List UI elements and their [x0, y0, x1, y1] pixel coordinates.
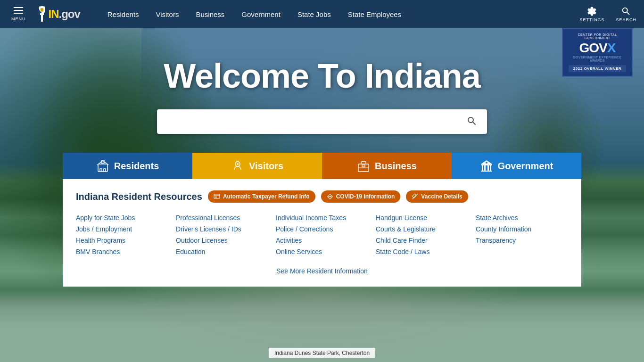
visitors-icon: [231, 159, 244, 173]
logo-text: IN.gov: [49, 8, 80, 21]
govx-top-text: CENTER FOR DIGITAL GOVERNMENT: [569, 33, 626, 40]
hero-title: Welcome To Indiana: [164, 57, 480, 95]
link-health-programs[interactable]: Health Programs: [76, 235, 168, 246]
nav-state-jobs[interactable]: State Jobs: [289, 0, 339, 28]
tab-business[interactable]: Business: [322, 153, 452, 179]
refund-icon: [214, 193, 220, 200]
govx-winner: 2022 OVERALL WINNER: [569, 65, 626, 72]
link-state-code[interactable]: State Code / Laws: [376, 246, 468, 257]
svg-rect-11: [487, 165, 489, 171]
hero-content: Welcome To Indiana Residents: [0, 28, 644, 287]
search-bar: [157, 109, 487, 134]
link-bmv-branches[interactable]: BMV Branches: [76, 246, 168, 257]
nav-links: Residents Visitors Business Government S…: [99, 0, 580, 28]
govx-sub: GOVERNMENT EXPERIENCE AWARDS: [569, 56, 626, 62]
settings-button[interactable]: SETTINGS: [579, 6, 604, 22]
svg-rect-9: [482, 165, 483, 171]
see-more-link[interactable]: See More Resident Information: [276, 267, 368, 275]
svg-rect-13: [481, 171, 492, 172]
tab-visitors-label: Visitors: [249, 161, 283, 172]
link-online-services[interactable]: Online Services: [276, 246, 368, 257]
nav-government[interactable]: Government: [233, 0, 289, 28]
vaccine-badge-button[interactable]: Vaccine Details: [406, 190, 468, 203]
link-jobs-employment[interactable]: Jobs / Employment: [76, 223, 168, 235]
panel-title: Indiana Resident Resources: [76, 191, 202, 202]
link-handgun-license[interactable]: Handgun License: [376, 212, 468, 223]
menu-label: MENU: [11, 16, 26, 21]
tab-government-label: Government: [498, 161, 553, 172]
link-police-corrections[interactable]: Police / Corrections: [276, 223, 368, 235]
svg-rect-1: [40, 13, 44, 15]
search-button[interactable]: SEARCH: [616, 6, 636, 22]
torch-icon: [37, 6, 47, 23]
tab-residents[interactable]: Residents: [63, 153, 192, 179]
svg-point-5: [237, 163, 239, 165]
tab-business-label: Business: [375, 161, 417, 172]
links-col-4: Handgun License Courts & Legislature Chi…: [376, 212, 468, 257]
link-county-info[interactable]: County Information: [476, 223, 568, 235]
svg-rect-7: [362, 165, 365, 167]
search-label: SEARCH: [616, 17, 636, 22]
tab-visitors[interactable]: Visitors: [192, 153, 322, 179]
gear-icon: [587, 6, 597, 16]
content-panel: Indiana Resident Resources Automatic Tax…: [63, 179, 581, 287]
links-col-2: Professional Licenses Driver's Licenses …: [176, 212, 268, 257]
refund-badge-button[interactable]: Automatic Taxpayer Refund Info: [208, 190, 315, 203]
logo[interactable]: IN.gov: [37, 6, 80, 23]
nav-business[interactable]: Business: [187, 0, 233, 28]
menu-bar-3: [14, 13, 23, 14]
tab-residents-label: Residents: [114, 161, 159, 172]
covid-badge-label: COVID-19 Information: [336, 193, 395, 200]
svg-rect-0: [41, 15, 43, 22]
nav-right: SETTINGS SEARCH: [579, 6, 636, 22]
links-col-5: State Archives County Information Transp…: [476, 212, 568, 257]
link-drivers-licenses[interactable]: Driver's Licenses / IDs: [176, 223, 268, 235]
link-outdoor-licenses[interactable]: Outdoor Licenses: [176, 235, 268, 246]
link-state-archives[interactable]: State Archives: [476, 212, 568, 223]
link-courts-legislature[interactable]: Courts & Legislature: [376, 223, 468, 235]
menu-bar-1: [14, 7, 23, 8]
logo-gov: .gov: [59, 8, 80, 20]
link-apply-state-jobs[interactable]: Apply for State Jobs: [76, 212, 168, 223]
location-tag: Indiana Dunes State Park, Chesterton: [269, 348, 375, 358]
tab-government[interactable]: Government: [452, 153, 581, 179]
svg-rect-2: [98, 164, 107, 172]
govx-logo: GOVX: [569, 41, 626, 55]
logo-in: IN: [49, 8, 59, 20]
svg-rect-14: [481, 164, 492, 165]
link-transparency[interactable]: Transparency: [476, 235, 568, 246]
tabs: Residents Visitors Business: [63, 153, 581, 179]
links-col-3: Individual Income Taxes Police / Correct…: [276, 212, 368, 257]
govx-x: X: [607, 41, 616, 55]
business-icon: [357, 159, 370, 173]
svg-rect-19: [215, 197, 217, 197]
nav-state-employees[interactable]: State Employees: [339, 0, 410, 28]
link-income-taxes[interactable]: Individual Income Taxes: [276, 212, 368, 223]
refund-badge-label: Automatic Taxpayer Refund Info: [223, 193, 310, 200]
see-more: See More Resident Information: [76, 267, 568, 275]
menu-bar-2: [14, 10, 23, 11]
page-wrapper: MENU IN.gov Residents Visitors Business …: [0, 0, 644, 362]
link-education[interactable]: Education: [176, 246, 268, 257]
navbar: MENU IN.gov Residents Visitors Business …: [0, 0, 644, 28]
svg-rect-12: [490, 165, 491, 171]
settings-label: SETTINGS: [579, 17, 604, 22]
nav-residents[interactable]: Residents: [99, 0, 148, 28]
link-activities[interactable]: Activities: [276, 235, 368, 246]
svg-rect-10: [484, 165, 486, 171]
nav-visitors[interactable]: Visitors: [148, 0, 188, 28]
residents-icon: [96, 159, 109, 173]
svg-point-21: [329, 196, 330, 197]
panel-header: Indiana Resident Resources Automatic Tax…: [76, 190, 568, 203]
link-child-care[interactable]: Child Care Finder: [376, 235, 468, 246]
svg-rect-27: [413, 194, 417, 198]
government-icon: [480, 159, 493, 173]
covid-badge-button[interactable]: COVID-19 Information: [321, 190, 401, 203]
menu-button[interactable]: MENU: [8, 3, 30, 25]
links-grid: Apply for State Jobs Jobs / Employment H…: [76, 212, 568, 257]
svg-rect-17: [214, 194, 220, 198]
search-input[interactable]: [165, 117, 464, 126]
search-submit-button[interactable]: [464, 114, 479, 130]
covid-icon: [327, 193, 333, 200]
link-professional-licenses[interactable]: Professional Licenses: [176, 212, 268, 223]
